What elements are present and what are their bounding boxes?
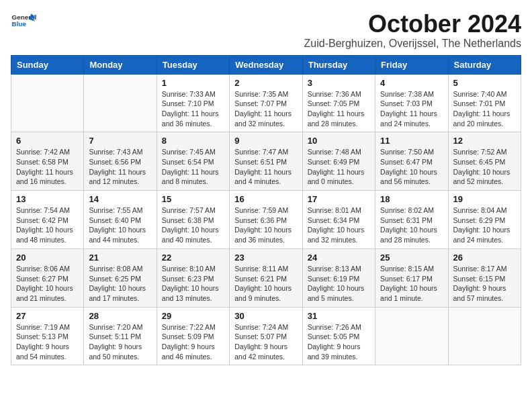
day-of-week-header: Wednesday xyxy=(230,55,302,74)
day-info: Sunrise: 7:38 AMSunset: 7:03 PMDaylight:… xyxy=(380,89,443,129)
day-number: 3 xyxy=(308,78,370,88)
day-number: 4 xyxy=(380,78,443,88)
day-number: 28 xyxy=(89,311,151,321)
day-of-week-header: Saturday xyxy=(448,55,521,74)
day-number: 22 xyxy=(162,253,224,263)
day-number: 12 xyxy=(453,136,516,146)
day-info: Sunrise: 7:22 AMSunset: 5:09 PMDaylight:… xyxy=(162,322,224,362)
calendar-day-cell: 6Sunrise: 7:42 AMSunset: 6:58 PMDaylight… xyxy=(11,132,84,191)
calendar-day-cell: 14Sunrise: 7:55 AMSunset: 6:40 PMDayligh… xyxy=(84,191,157,249)
logo: General Blue xyxy=(11,11,36,30)
day-number: 9 xyxy=(234,136,297,146)
day-info: Sunrise: 8:06 AMSunset: 6:27 PMDaylight:… xyxy=(16,264,79,304)
calendar-day-cell: 20Sunrise: 8:06 AMSunset: 6:27 PMDayligh… xyxy=(11,248,84,307)
day-number: 24 xyxy=(308,253,370,263)
day-number: 25 xyxy=(380,253,443,263)
day-number: 16 xyxy=(234,194,297,204)
day-info: Sunrise: 7:42 AMSunset: 6:58 PMDaylight:… xyxy=(16,147,79,187)
calendar-day-cell: 11Sunrise: 7:50 AMSunset: 6:47 PMDayligh… xyxy=(375,132,448,191)
day-number: 5 xyxy=(453,78,516,88)
day-number: 21 xyxy=(89,253,151,263)
calendar-day-cell: 13Sunrise: 7:54 AMSunset: 6:42 PMDayligh… xyxy=(11,191,84,249)
day-number: 26 xyxy=(453,253,516,263)
day-number: 15 xyxy=(162,194,224,204)
day-info: Sunrise: 7:26 AMSunset: 5:05 PMDaylight:… xyxy=(308,322,370,362)
calendar-week-row: 1Sunrise: 7:33 AMSunset: 7:10 PMDaylight… xyxy=(11,74,521,132)
calendar-day-cell: 26Sunrise: 8:17 AMSunset: 6:15 PMDayligh… xyxy=(448,248,521,307)
calendar-day-cell: 30Sunrise: 7:24 AMSunset: 5:07 PMDayligh… xyxy=(230,307,302,365)
day-info: Sunrise: 8:11 AMSunset: 6:21 PMDaylight:… xyxy=(234,264,297,304)
day-number: 13 xyxy=(16,194,79,204)
day-info: Sunrise: 7:20 AMSunset: 5:11 PMDaylight:… xyxy=(89,322,151,362)
day-number: 8 xyxy=(162,136,224,146)
day-number: 31 xyxy=(308,311,370,321)
day-info: Sunrise: 7:57 AMSunset: 6:38 PMDaylight:… xyxy=(162,205,224,245)
calendar-day-cell: 17Sunrise: 8:01 AMSunset: 6:34 PMDayligh… xyxy=(302,191,375,249)
day-info: Sunrise: 7:35 AMSunset: 7:07 PMDaylight:… xyxy=(234,89,297,129)
day-info: Sunrise: 7:36 AMSunset: 7:05 PMDaylight:… xyxy=(308,89,370,129)
calendar-day-cell xyxy=(448,307,521,365)
month-title: October 2024 xyxy=(304,11,521,38)
calendar-day-cell: 27Sunrise: 7:19 AMSunset: 5:13 PMDayligh… xyxy=(11,307,84,365)
day-of-week-header: Friday xyxy=(375,55,448,74)
day-info: Sunrise: 8:08 AMSunset: 6:25 PMDaylight:… xyxy=(89,264,151,304)
calendar-day-cell: 3Sunrise: 7:36 AMSunset: 7:05 PMDaylight… xyxy=(302,74,375,132)
calendar-day-cell: 4Sunrise: 7:38 AMSunset: 7:03 PMDaylight… xyxy=(375,74,448,132)
day-info: Sunrise: 8:01 AMSunset: 6:34 PMDaylight:… xyxy=(308,205,370,245)
calendar-day-cell: 23Sunrise: 8:11 AMSunset: 6:21 PMDayligh… xyxy=(230,248,302,307)
day-of-week-header: Monday xyxy=(84,55,157,74)
day-info: Sunrise: 7:33 AMSunset: 7:10 PMDaylight:… xyxy=(162,89,224,129)
day-number: 10 xyxy=(308,136,370,146)
day-number: 18 xyxy=(380,194,443,204)
calendar-week-row: 13Sunrise: 7:54 AMSunset: 6:42 PMDayligh… xyxy=(11,191,521,249)
day-info: Sunrise: 7:40 AMSunset: 7:01 PMDaylight:… xyxy=(453,89,516,129)
day-info: Sunrise: 7:55 AMSunset: 6:40 PMDaylight:… xyxy=(89,205,151,245)
calendar-day-cell xyxy=(11,74,84,132)
day-of-week-header: Tuesday xyxy=(157,55,229,74)
calendar-week-row: 27Sunrise: 7:19 AMSunset: 5:13 PMDayligh… xyxy=(11,307,521,365)
calendar-day-cell: 22Sunrise: 8:10 AMSunset: 6:23 PMDayligh… xyxy=(157,248,229,307)
day-number: 7 xyxy=(89,136,151,146)
location-subtitle: Zuid-Berghuizen, Overijssel, The Netherl… xyxy=(304,38,521,50)
day-number: 30 xyxy=(234,311,297,321)
calendar-table: SundayMondayTuesdayWednesdayThursdayFrid… xyxy=(11,55,521,366)
day-info: Sunrise: 8:13 AMSunset: 6:19 PMDaylight:… xyxy=(308,264,370,304)
calendar-day-cell: 9Sunrise: 7:47 AMSunset: 6:51 PMDaylight… xyxy=(230,132,302,191)
day-info: Sunrise: 7:47 AMSunset: 6:51 PMDaylight:… xyxy=(234,147,297,187)
day-number: 11 xyxy=(380,136,443,146)
calendar-day-cell: 24Sunrise: 8:13 AMSunset: 6:19 PMDayligh… xyxy=(302,248,375,307)
calendar-day-cell: 8Sunrise: 7:45 AMSunset: 6:54 PMDaylight… xyxy=(157,132,229,191)
day-info: Sunrise: 7:19 AMSunset: 5:13 PMDaylight:… xyxy=(16,322,79,362)
calendar-day-cell: 15Sunrise: 7:57 AMSunset: 6:38 PMDayligh… xyxy=(157,191,229,249)
calendar-day-cell: 25Sunrise: 8:15 AMSunset: 6:17 PMDayligh… xyxy=(375,248,448,307)
day-number: 14 xyxy=(89,194,151,204)
day-number: 20 xyxy=(16,253,79,263)
day-of-week-header: Thursday xyxy=(302,55,375,74)
day-number: 23 xyxy=(234,253,297,263)
day-of-week-header: Sunday xyxy=(11,55,84,74)
title-section: October 2024 Zuid-Berghuizen, Overijssel… xyxy=(304,11,521,50)
day-info: Sunrise: 8:17 AMSunset: 6:15 PMDaylight:… xyxy=(453,264,516,304)
page-header: General Blue October 2024 Zuid-Berghuize… xyxy=(11,11,521,50)
calendar-day-cell: 10Sunrise: 7:48 AMSunset: 6:49 PMDayligh… xyxy=(302,132,375,191)
calendar-day-cell xyxy=(84,74,157,132)
day-number: 29 xyxy=(162,311,224,321)
day-info: Sunrise: 7:24 AMSunset: 5:07 PMDaylight:… xyxy=(234,322,297,362)
day-info: Sunrise: 7:59 AMSunset: 6:36 PMDaylight:… xyxy=(234,205,297,245)
calendar-week-row: 6Sunrise: 7:42 AMSunset: 6:58 PMDaylight… xyxy=(11,132,521,191)
day-number: 27 xyxy=(16,311,79,321)
day-number: 17 xyxy=(308,194,370,204)
day-info: Sunrise: 8:02 AMSunset: 6:31 PMDaylight:… xyxy=(380,205,443,245)
calendar-day-cell: 7Sunrise: 7:43 AMSunset: 6:56 PMDaylight… xyxy=(84,132,157,191)
day-number: 19 xyxy=(453,194,516,204)
day-info: Sunrise: 7:48 AMSunset: 6:49 PMDaylight:… xyxy=(308,147,370,187)
calendar-day-cell: 31Sunrise: 7:26 AMSunset: 5:05 PMDayligh… xyxy=(302,307,375,365)
calendar-day-cell: 16Sunrise: 7:59 AMSunset: 6:36 PMDayligh… xyxy=(230,191,302,249)
calendar-day-cell: 18Sunrise: 8:02 AMSunset: 6:31 PMDayligh… xyxy=(375,191,448,249)
svg-text:Blue: Blue xyxy=(12,21,27,28)
calendar-day-cell: 1Sunrise: 7:33 AMSunset: 7:10 PMDaylight… xyxy=(157,74,229,132)
day-info: Sunrise: 8:04 AMSunset: 6:29 PMDaylight:… xyxy=(453,205,516,245)
day-number: 2 xyxy=(234,78,297,88)
calendar-header-row: SundayMondayTuesdayWednesdayThursdayFrid… xyxy=(11,55,521,74)
day-info: Sunrise: 7:54 AMSunset: 6:42 PMDaylight:… xyxy=(16,205,79,245)
